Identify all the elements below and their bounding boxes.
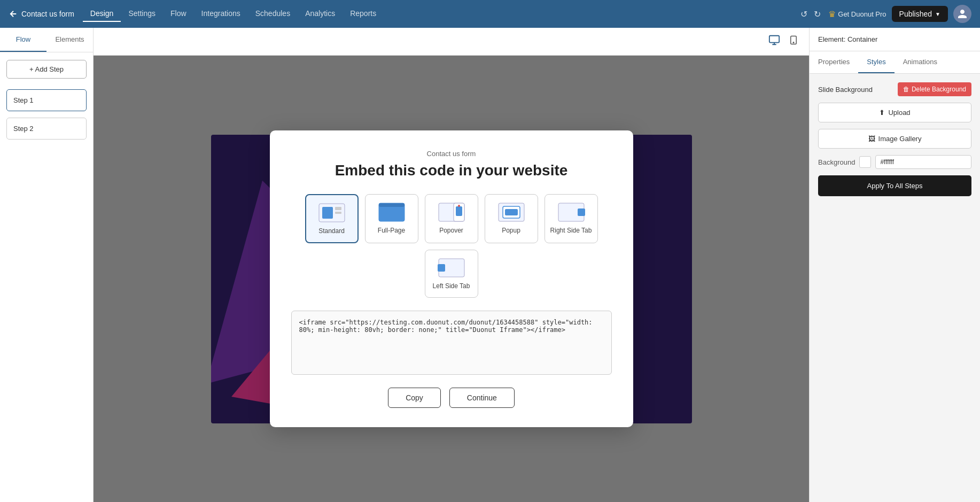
sidebar-tab-elements[interactable]: Elements [46, 28, 93, 52]
slide-bg-header: Slide Background 🗑 Delete Background [818, 82, 971, 96]
svg-rect-0 [769, 36, 779, 43]
published-label: Published [899, 10, 932, 18]
prop-tab-styles[interactable]: Styles [858, 51, 894, 73]
sidebar-tab-flow[interactable]: Flow [0, 28, 46, 52]
bg-label: Background [818, 158, 855, 166]
bg-color-row: Background [818, 155, 971, 169]
prop-content: Slide Background 🗑 Delete Background ⬆ U… [810, 74, 980, 205]
nav-tab-integrations[interactable]: Integrations [194, 6, 248, 22]
image-icon: 🖼 [868, 135, 875, 143]
step-item-2[interactable]: Step 2 [6, 118, 87, 140]
embed-code-textarea[interactable]: <iframe src="https://testing.com.duonut.… [291, 311, 612, 375]
delete-bg-label: Delete Background [912, 86, 966, 93]
embed-type-popup-label: Popup [502, 227, 520, 234]
embed-type-lefttab-label: Left Side Tab [433, 282, 470, 290]
modal-title: Embed this code in your website [291, 162, 612, 179]
popover-icon [438, 202, 465, 222]
prop-tab-animations[interactable]: Animations [895, 51, 946, 73]
nav-tabs: Design Settings Flow Integrations Schedu… [83, 6, 384, 22]
nav-tab-design[interactable]: Design [83, 6, 121, 22]
nav-back-label: Contact us form [21, 10, 74, 18]
chevron-down-icon: ▼ [935, 11, 940, 17]
gallery-button[interactable]: 🖼 Image Gallery [818, 129, 971, 149]
svg-rect-17 [578, 208, 585, 216]
embed-type-standard-label: Standard [318, 227, 345, 235]
fullpage-icon [378, 202, 406, 222]
slide-bg-label: Slide Background [818, 86, 873, 94]
righttab-icon [557, 202, 585, 222]
desktop-view-button[interactable] [766, 32, 782, 51]
lefttab-icon [438, 258, 465, 278]
back-button[interactable]: Contact us form [9, 9, 74, 19]
nav-tab-reports[interactable]: Reports [343, 6, 384, 22]
svg-rect-12 [458, 205, 460, 207]
canvas-content: Contact us form Embed this code in your … [94, 56, 809, 502]
embed-type-lefttab[interactable]: Left Side Tab [425, 250, 478, 298]
embed-type-fullpage[interactable]: Full-Page [365, 194, 418, 243]
embed-types-row: Standard Full-Page [291, 194, 612, 298]
nav-tab-flow[interactable]: Flow [163, 6, 194, 22]
popup-icon [497, 202, 525, 222]
element-header: Element: Container [810, 28, 980, 51]
embed-type-righttab-label: Right Side Tab [550, 227, 592, 234]
color-input[interactable] [875, 155, 971, 169]
embed-modal: Contact us form Embed this code in your … [270, 130, 633, 427]
svg-rect-8 [379, 203, 405, 207]
main-layout: Flow Elements + Add Step Step 1 Step 2 [0, 28, 980, 502]
step-item-1[interactable]: Step 1 [6, 89, 87, 111]
gallery-label: Image Gallery [878, 135, 922, 143]
prop-tab-properties[interactable]: Properties [810, 51, 858, 73]
nav-right: ↺ ↻ ♛ Get Duonut Pro Published ▼ [798, 5, 971, 23]
sidebar-tabs: Flow Elements [0, 28, 93, 52]
prop-tabs: Properties Styles Animations [810, 51, 980, 74]
apply-all-button[interactable]: Apply To All Steps [818, 175, 971, 196]
undo-redo-group: ↺ ↻ [798, 7, 823, 21]
upload-button[interactable]: ⬆ Upload [818, 103, 971, 122]
embed-type-standard[interactable]: Standard [305, 194, 359, 243]
svg-rect-19 [438, 264, 445, 272]
svg-rect-15 [505, 209, 518, 215]
trash-icon: 🗑 [903, 86, 909, 93]
embed-type-popup[interactable]: Popup [485, 194, 538, 243]
svg-rect-5 [335, 207, 341, 210]
nav-tab-settings[interactable]: Settings [121, 6, 163, 22]
add-step-button[interactable]: + Add Step [6, 60, 87, 79]
crown-icon: ♛ [828, 9, 836, 19]
avatar[interactable] [953, 5, 971, 23]
modal-overlay: Contact us form Embed this code in your … [94, 56, 809, 502]
mobile-view-button[interactable] [787, 32, 800, 51]
right-sidebar: Element: Container Properties Styles Ani… [809, 28, 980, 502]
copy-button[interactable]: Copy [388, 388, 441, 408]
color-swatch[interactable] [859, 156, 871, 168]
canvas-area: Contact us form Embed this code in your … [94, 28, 809, 502]
nav-tab-schedules[interactable]: Schedules [248, 6, 298, 22]
left-sidebar: Flow Elements + Add Step Step 1 Step 2 [0, 28, 94, 502]
svg-point-2 [793, 42, 794, 43]
canvas-toolbar [94, 28, 809, 56]
element-type: Container [847, 35, 877, 43]
get-pro-label: Get Duonut Pro [838, 10, 886, 18]
top-nav: Contact us form Design Settings Flow Int… [0, 0, 980, 28]
upload-icon: ⬆ [879, 109, 885, 117]
upload-label: Upload [888, 109, 910, 117]
get-pro-button[interactable]: ♛ Get Duonut Pro [828, 9, 886, 19]
embed-type-popover-label: Popover [439, 227, 463, 234]
embed-type-fullpage-label: Full-Page [378, 227, 405, 234]
modal-subtitle: Contact us form [291, 150, 612, 158]
svg-rect-6 [335, 212, 341, 214]
redo-button[interactable]: ↻ [812, 7, 823, 21]
modal-actions: Copy Continue [291, 388, 612, 408]
standard-icon [318, 203, 346, 223]
svg-rect-4 [322, 207, 333, 219]
nav-tab-analytics[interactable]: Analytics [298, 6, 343, 22]
undo-button[interactable]: ↺ [798, 7, 810, 21]
published-button[interactable]: Published ▼ [892, 6, 948, 22]
embed-type-righttab[interactable]: Right Side Tab [545, 194, 598, 243]
delete-bg-button[interactable]: 🗑 Delete Background [898, 82, 971, 96]
continue-button[interactable]: Continue [449, 388, 515, 408]
svg-rect-11 [456, 206, 462, 216]
element-label: Element: [818, 35, 845, 43]
embed-type-popover[interactable]: Popover [425, 194, 478, 243]
